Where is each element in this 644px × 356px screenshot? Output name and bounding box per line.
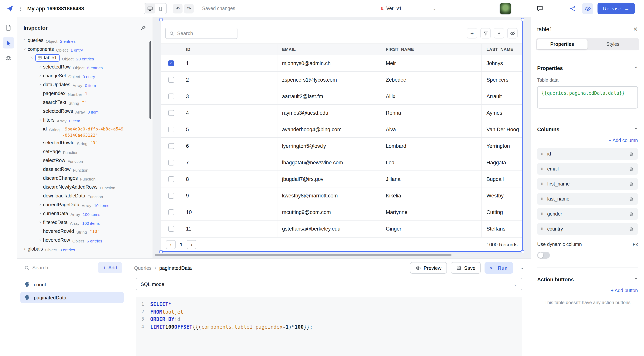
table-row[interactable]: 10mcutting9@com.comMartynneCutting [162,204,522,221]
row-checkbox[interactable] [168,159,174,165]
column-item[interactable]: ⠿country [537,223,638,235]
row-checkbox-cell[interactable] [162,105,181,121]
table-row[interactable]: 2zspencers1@lycos.comZebedeeSpencers [162,72,522,88]
table-cell[interactable]: raymes3@ucsd.edu [278,105,381,121]
tree-node-changeSet[interactable]: ›changeSetObject0 entry [17,72,152,80]
table-search-box[interactable] [165,28,238,39]
row-checkbox[interactable] [168,110,174,116]
tree-chevron-icon[interactable]: › [37,211,43,217]
table-cell[interactable]: 5 [181,121,278,138]
row-checkbox[interactable] [168,77,174,83]
tree-node-currentData[interactable]: ›currentDataArray100 items [17,209,152,218]
table-cell[interactable]: lhaggata6@newsvine.com [278,154,381,171]
breadcrumb-root[interactable]: Queries [134,265,152,271]
debugger-bug-icon[interactable] [3,52,14,64]
row-checkbox-cell[interactable] [162,138,181,154]
delete-column-icon[interactable] [629,226,634,232]
table-row[interactable]: 8jbugdall7@irs.govJillanaBugdall [162,171,522,188]
row-checkbox-cell[interactable] [162,188,181,204]
add-action-button-link[interactable]: + Add button [537,288,638,293]
column-header[interactable]: ID [181,44,278,55]
save-button[interactable]: Save [451,262,481,274]
prev-page-button[interactable]: ‹ [166,240,176,249]
code-line[interactable]: 2FROM tooljet [136,308,522,316]
table-cell[interactable]: 8 [181,171,278,188]
sql-mode-select[interactable]: SQL mode ⌄ [136,278,522,290]
table-cell[interactable]: Arrault [482,88,522,105]
table-cell[interactable]: Kikelia [381,188,482,204]
column-item[interactable]: ⠿first_name [537,178,638,190]
column-header[interactable]: EMAIL [278,44,381,55]
inspector-cursor-icon[interactable] [3,37,14,49]
table-cell[interactable]: Bugdall [482,171,522,188]
add-query-button[interactable]: + Add [98,262,122,273]
tree-chevron-icon[interactable]: › [22,246,28,252]
selected-node-box[interactable]: table1 [35,54,60,62]
tab-styles[interactable]: Styles [588,39,638,49]
tree-chevron-icon[interactable]: › [37,82,43,87]
tree-chevron-icon[interactable]: › [30,55,35,61]
tree-chevron-icon[interactable]: › [37,237,43,243]
table-row[interactable]: ✓1mjohnys0@admin.chMeirJohnys [162,55,522,72]
table-cell[interactable]: 9 [181,188,278,204]
tree-node-table1[interactable]: ›table1Object20 entries [17,54,152,63]
row-checkbox-cell[interactable] [162,88,181,105]
table-row[interactable]: 5avanderhoog4@bing.comAlvaVan Der Hoog [162,121,522,138]
code-editor[interactable]: 1SELECT *2FROM tooljet3ORDER BY id4LIMIT… [136,297,522,356]
canvas-horizontal-scrollbar[interactable] [155,254,452,256]
app-logo-icon[interactable] [6,4,14,13]
table-search-input[interactable] [177,30,234,36]
table-cell[interactable]: Jillana [381,171,482,188]
resize-handle[interactable] [521,18,524,21]
tree-node-components[interactable]: ›componentsObject1 entry [17,45,152,54]
query-list-item[interactable]: paginatedData [20,292,124,303]
drag-handle-icon[interactable]: ⠿ [541,226,544,231]
table-cell[interactable]: 3 [181,88,278,105]
release-button[interactable]: Release → [598,3,635,14]
select-all-cell[interactable] [162,44,181,55]
tab-properties[interactable]: Properties [537,39,588,49]
table-cell[interactable]: Cutting [482,204,522,221]
delete-column-icon[interactable] [629,181,634,187]
table-cell[interactable]: Allix [381,88,482,105]
table-row[interactable]: 11gsteffansa@berkeley.eduGingerSteffans [162,221,522,237]
table-cell[interactable]: jbugdall7@irs.gov [278,171,381,188]
tree-node-selectedRows[interactable]: selectedRowsArray0 item [17,107,152,116]
table-cell[interactable]: Van Der Hoog [482,121,522,138]
query-search-input[interactable] [32,265,93,271]
chevron-up-icon[interactable]: ⌃ [634,66,638,71]
close-icon[interactable]: ✕ [633,26,638,33]
row-checkbox[interactable] [168,93,174,99]
code-line[interactable]: 1SELECT * [136,301,522,308]
table-cell[interactable]: mcutting9@com.com [278,204,381,221]
table-cell[interactable]: Yerrington [482,138,522,154]
column-header[interactable]: LAST_NAME [482,44,522,55]
collapse-panel-icon[interactable]: ⌄ [520,265,524,271]
table-cell[interactable]: Meir [381,55,482,72]
row-checkbox-cell[interactable]: ✓ [162,55,181,72]
column-item[interactable]: ⠿gender [537,208,638,220]
filter-icon[interactable] [480,28,491,39]
query-list-item[interactable]: count [20,279,124,290]
table-cell[interactable]: 1 [181,55,278,72]
drag-handle-icon[interactable]: ⠿ [541,196,544,201]
tree-chevron-icon[interactable]: › [37,202,43,208]
table-cell[interactable]: 11 [181,221,278,237]
table-cell[interactable]: Ronna [381,105,482,121]
row-checkbox[interactable] [168,126,174,132]
tree-node-filteredData[interactable]: ›filteredDataArray100 items [17,218,152,227]
query-search-box[interactable] [22,262,95,273]
tree-chevron-icon[interactable]: › [22,37,28,43]
undo-button[interactable]: ↶ [173,4,182,14]
table-row[interactable]: 6lyerrington5@ow.lyLombardYerrington [162,138,522,154]
row-checkbox-cell[interactable] [162,171,181,188]
table-cell[interactable]: Spencers [482,72,522,88]
tree-node-globals[interactable]: ›globalsObject3 entries [17,245,152,254]
tree-node-selectRow[interactable]: selectRowFunction [17,156,152,165]
table-cell[interactable]: Lombard [381,138,482,154]
row-checkbox-cell[interactable] [162,121,181,138]
delete-column-icon[interactable] [629,211,634,217]
tree-chevron-icon[interactable]: › [37,64,43,70]
row-checkbox[interactable] [168,226,174,232]
resize-handle[interactable] [521,250,524,253]
